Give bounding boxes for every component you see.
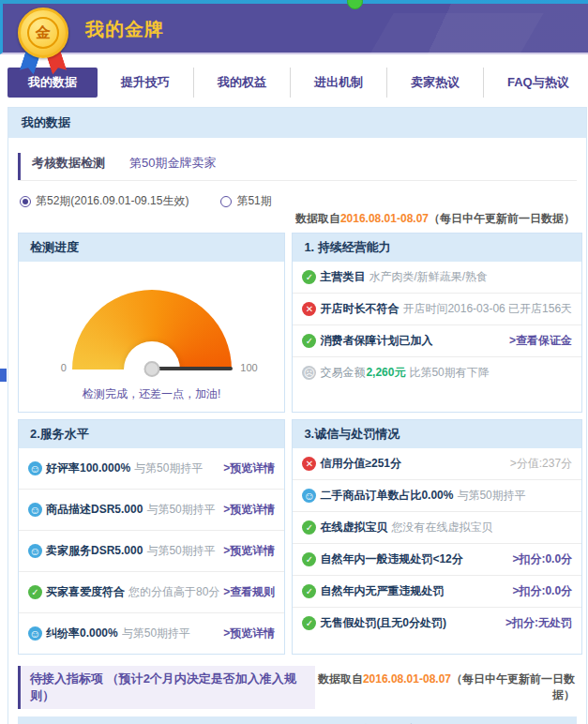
metric-label: 卖家服务DSR5.000 <box>46 543 143 559</box>
check-circle-icon: ✓ <box>302 584 316 598</box>
metric-value: 水产肉类/新鲜蔬果/熟食 <box>369 269 488 285</box>
detail-link[interactable]: >扣分:无处罚 <box>505 615 572 631</box>
metric-label: 消费者保障计划已加入 <box>320 333 432 349</box>
col-header-remark: 备注 <box>437 716 577 724</box>
metric-value: 开店时间2016-03-06 已开店156天 <box>402 301 572 317</box>
gauge-min-label: 0 <box>61 362 67 373</box>
metric-label: 好评率100.000% <box>46 460 130 476</box>
top-tab-label: 我的数据 <box>28 75 77 89</box>
cross-circle-icon: ✕ <box>302 457 316 471</box>
top-tab[interactable]: 我的权益 <box>193 68 290 98</box>
top-tab-label: 进出机制 <box>314 75 363 89</box>
note-prefix: 数据取自 <box>318 672 363 686</box>
page-banner: 金 我的金牌 <box>0 4 588 54</box>
check-circle-icon: ✓ <box>302 552 316 566</box>
sub-tabbar: 考核数据检测 第50期金牌卖家 <box>18 153 577 181</box>
metric-label: 信用分值≥251分 <box>320 456 401 472</box>
sub-tab[interactable]: 考核数据检测 <box>18 153 118 180</box>
panel-progress-title: 检测进度 <box>19 234 284 262</box>
top-tab[interactable]: 提升技巧 <box>98 68 193 98</box>
sub-tab[interactable]: 第50期金牌卖家 <box>118 153 229 180</box>
metric-value: 您没有在线虚拟宝贝 <box>391 520 492 535</box>
panel2-title: 2.服务水平 <box>19 420 284 448</box>
gauge-hub <box>143 361 159 377</box>
page-title: 我的金牌 <box>85 17 164 42</box>
metric-item: ☺ 好评率100.000% 与第50期持平 >预览详情 <box>19 448 284 489</box>
pending-title-text: 待接入指标项 <box>30 671 103 686</box>
banner-decoration <box>369 13 543 54</box>
metric-item: ✓ 自然年内一般违规处罚<12分 >扣分:0.0分 <box>293 543 581 575</box>
metric-value: 与第50期持平 <box>122 626 190 641</box>
top-tab-label: 卖家热议 <box>411 75 460 89</box>
metric-label: 商品描述DSR5.000 <box>46 502 143 518</box>
data-source-note: 数据取自2016.08.01-08.07（每日中午更新前一日数据） <box>8 211 575 227</box>
check-circle-icon: ✓ <box>302 616 316 630</box>
metric-item: ✓ 无售假处罚(且无0分处罚) >扣分:无处罚 <box>293 607 581 639</box>
detail-link[interactable]: >预览详情 <box>223 460 275 476</box>
metric-item: ✓ 自然年内无严重违规处罚 >扣分:0.0分 <box>293 575 581 607</box>
metric-label: 自然年内一般违规处罚<12分 <box>320 551 462 567</box>
col-header-current-status: 卖家当前状态 <box>329 716 437 724</box>
detail-link[interactable]: >分值:237分 <box>510 456 572 472</box>
panel-business-capability: 1. 持续经营能力 ✓ 主营类目 水产肉类/新鲜蔬果/熟食 ✕ 开店时长不符合 … <box>292 233 582 413</box>
metric-value: 您的分值高于80分 <box>128 584 219 600</box>
panel3-title: 3.诚信与处罚情况 <box>293 420 581 448</box>
note-suffix: （每日中午更新前一日数据） <box>429 212 575 225</box>
pending-title: 待接入指标项 （预计2个月内决定是否加入准入规则） <box>18 666 315 709</box>
check-circle-icon: ✓ <box>302 334 316 348</box>
metric-label: 二手商品订单数占比0.00% <box>320 488 453 504</box>
metric-item: ☺ 纠纷率0.000% 与第50期持平 >预览详情 <box>19 612 284 654</box>
pending-section-header: 待接入指标项 （预计2个月内决定是否加入准入规则） 数据取自2016.08.01… <box>18 666 577 709</box>
smile-face-icon: ☺ <box>302 489 316 503</box>
period-label: 第52期(2016.09.01-09.15生效) <box>36 193 188 209</box>
detail-link[interactable]: >扣分:0.0分 <box>512 551 572 567</box>
metric-label: 开店时长不符合 <box>320 301 399 317</box>
panel-service-level: 2.服务水平 ☺ 好评率100.000% 与第50期持平 >预览详情 ☺ 商品描… <box>18 419 285 655</box>
note-date: 2016.08.01-08.07 <box>340 212 429 225</box>
detail-link[interactable]: >扣分:0.0分 <box>512 583 572 599</box>
smile-face-icon: ☺ <box>28 626 42 641</box>
top-tab[interactable]: 卖家热议 <box>386 68 483 98</box>
metric-item: ✓ 消费者保障计划已加入 >查看保证金 <box>293 324 581 356</box>
col-header-expected-level: 期望水平 <box>151 716 329 724</box>
cross-circle-icon: ✕ <box>302 302 316 316</box>
content-wrapper: 我的数据 考核数据检测 第50期金牌卖家 第52期(2016.09.01-09.… <box>8 107 587 724</box>
gauge-max-label: 100 <box>240 362 257 373</box>
metric-label: 交易金额 <box>320 365 365 381</box>
note-suffix: （每日中午更新前一日数据） <box>451 672 575 701</box>
metric-label: 买家喜爱度符合 <box>46 584 125 600</box>
period-radio-option[interactable]: 第52期(2016.09.01-09.15生效) <box>20 193 188 209</box>
metric-label: 自然年内无严重违规处罚 <box>320 583 444 599</box>
feedback-handle[interactable] <box>0 369 7 382</box>
detail-link[interactable]: >预览详情 <box>223 502 275 518</box>
metric-label: 在线虚拟宝贝 <box>320 520 387 535</box>
sub-tab-label: 考核数据检测 <box>32 156 105 170</box>
table-header-row: 指标名称 期望水平 卖家当前状态 备注 <box>18 716 577 724</box>
medal-glyph: 金 <box>27 17 59 49</box>
panel2-items: ☺ 好评率100.000% 与第50期持平 >预览详情 ☺ 商品描述DSR5.0… <box>19 448 284 654</box>
check-circle-icon: ✓ <box>28 585 42 599</box>
check-circle-icon: ✓ <box>302 520 316 535</box>
smile-face-icon: ☺ <box>28 544 42 558</box>
period-radio-option[interactable]: 第51期 <box>220 193 271 209</box>
metric-label: 无售假处罚(且无0分处罚) <box>320 615 446 631</box>
metric-item: ☹ 交易金额 2,260元 比第50期有下降 <box>293 356 581 388</box>
top-tab-label: 我的权益 <box>218 75 266 89</box>
pending-metrics-table: 指标名称 期望水平 卖家当前状态 备注 24 发货速度 平均发货时长≤24小时 … <box>18 716 577 724</box>
period-label: 第51期 <box>236 193 271 209</box>
detail-link[interactable]: >预览详情 <box>223 626 275 641</box>
gold-medal-icon: 金 <box>18 8 72 58</box>
detail-link[interactable]: >查看保证金 <box>509 333 572 349</box>
top-tabbar: 我的数据 提升技巧 我的权益 进出机制 卖家热议 FAQ与热议 <box>8 68 588 98</box>
detail-link[interactable]: >预览详情 <box>223 543 275 559</box>
gauge-caption: 检测完成，还差一点，加油! <box>19 386 284 402</box>
section-title: 我的数据 <box>8 108 586 138</box>
radio-icon <box>20 196 31 207</box>
gauge-arc <box>72 290 232 370</box>
period-radio-group: 第52期(2016.09.01-09.15生效) 第51期 <box>20 193 577 209</box>
top-tab[interactable]: 进出机制 <box>290 68 386 98</box>
detail-link[interactable]: >查看规则 <box>223 584 275 600</box>
metric-value: 与第50期持平 <box>146 543 215 559</box>
metric-item: ✓ 在线虚拟宝贝 您没有在线虚拟宝贝 <box>293 511 581 543</box>
top-tab[interactable]: FAQ与热议 <box>483 68 588 98</box>
